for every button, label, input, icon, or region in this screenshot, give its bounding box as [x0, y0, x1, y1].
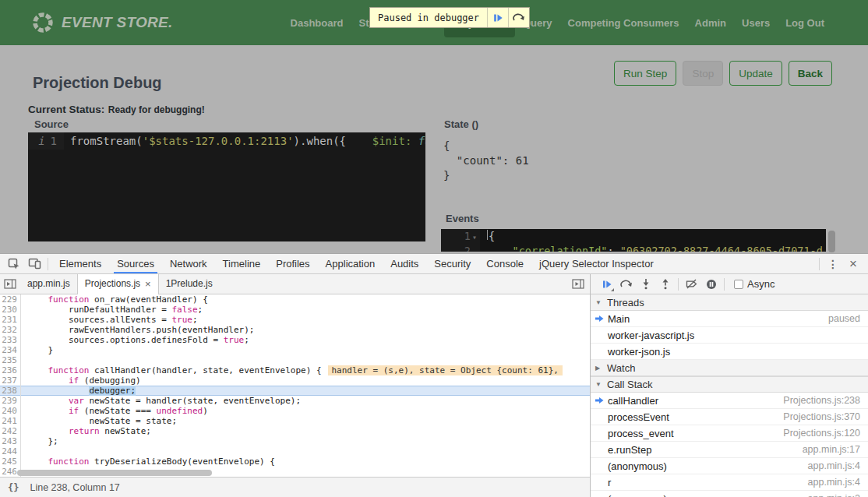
resume-script-button[interactable] — [597, 275, 616, 294]
line-number[interactable]: 235 — [0, 355, 21, 365]
events-gutter-line1[interactable]: 1▾ — [441, 229, 480, 244]
fold-arrow-icon[interactable]: ▾ — [472, 233, 477, 241]
call-stack-frame-anonymous[interactable]: (anonymous)app.min.js:2 — [591, 491, 868, 497]
call-stack-section-header[interactable]: ▼Call Stack — [591, 376, 868, 393]
code-text[interactable]: if (debugging) — [21, 375, 590, 386]
call-stack-frame-callhandler[interactable]: callHandlerProjections.js:238 — [591, 393, 868, 409]
line-number[interactable]: 230 — [0, 305, 21, 315]
file-tab-1prelude-js[interactable]: 1Prelude.js — [159, 274, 220, 294]
line-number[interactable]: 242 — [0, 426, 21, 436]
line-number[interactable]: 237 — [0, 375, 21, 386]
show-navigator-button[interactable] — [0, 274, 20, 294]
stop-button[interactable]: Stop — [683, 61, 723, 86]
line-number[interactable]: 245 — [0, 456, 21, 467]
deactivate-breakpoints-button[interactable] — [682, 275, 701, 294]
page-scrollbar-thumb[interactable] — [828, 231, 835, 252]
call-stack-frame-r[interactable]: rapp.min.js:4 — [591, 474, 868, 491]
close-tab-icon[interactable]: × — [145, 274, 151, 294]
pause-on-exceptions-button[interactable] — [701, 275, 721, 294]
eventstore-logo[interactable]: EVENT STORE. — [31, 11, 173, 34]
line-number[interactable]: 240 — [0, 406, 21, 416]
code-text[interactable]: var newState = handler(state, eventEnvel… — [21, 396, 590, 406]
nav-item-users[interactable]: Users — [734, 9, 778, 37]
nav-item-dashboard[interactable]: Dashboard — [283, 9, 351, 37]
thread-row-worker-json-js[interactable]: worker-json.js — [591, 344, 868, 360]
async-checkbox[interactable] — [734, 280, 743, 289]
call-stack-frame-e-runstep[interactable]: e.runStepapp.min.js:17 — [591, 442, 868, 458]
resume-script-button[interactable] — [487, 8, 508, 27]
nav-item-log-out[interactable]: Log Out — [778, 9, 832, 37]
show-debugger-sidebar-button[interactable] — [570, 274, 590, 294]
devtools-close-icon[interactable]: × — [843, 254, 863, 273]
line-number[interactable]: 233 — [0, 335, 21, 345]
devtools-tab-security[interactable]: Security — [426, 254, 478, 273]
horizontal-scrollbar-thumb[interactable] — [17, 470, 212, 476]
devtools-body: app.min.jsProjections.js×1Prelude.js 229… — [0, 274, 868, 497]
step-over-button[interactable] — [616, 275, 636, 294]
code-text[interactable]: runDefaultHandler = false; — [21, 305, 590, 315]
thread-row-worker-javascript-js[interactable]: worker-javascript.js — [591, 327, 868, 344]
nav-item-admin[interactable]: Admin — [687, 9, 734, 37]
call-stack-frame-anonymous[interactable]: (anonymous)app.min.js:4 — [591, 458, 868, 474]
inspect-element-button[interactable] — [4, 254, 24, 273]
events-code-line2[interactable]: "correlationId": "06302702-8827-4464-860… — [480, 244, 823, 252]
watch-section-header[interactable]: ▶Watch — [591, 360, 868, 376]
run-step-button[interactable]: Run Step — [614, 61, 676, 86]
code-text[interactable]: newState = state; — [21, 416, 590, 426]
threads-section-header[interactable]: ▼Threads — [591, 294, 868, 311]
thread-row-main[interactable]: Mainpaused — [591, 311, 868, 327]
devtools-tab-application[interactable]: Application — [318, 254, 383, 273]
step-out-button[interactable] — [655, 275, 675, 294]
code-text[interactable]: function callHandler(handler, state, eve… — [21, 365, 590, 375]
step-into-button[interactable] — [636, 275, 655, 294]
line-number[interactable]: 244 — [0, 446, 21, 456]
source-code-viewer[interactable]: 229 function on_raw(eventHandler) {230 r… — [0, 294, 590, 477]
source-editor[interactable]: i 1 fromStream('$stats-127.0.0.1:2113').… — [28, 132, 425, 241]
code-text[interactable]: function on_raw(eventHandler) { — [21, 294, 590, 305]
devtools-menu-icon[interactable]: ⋮ — [823, 254, 843, 273]
devtools-tab-console[interactable]: Console — [478, 254, 531, 273]
line-number[interactable]: 236 — [0, 365, 21, 375]
code-text[interactable]: if (newState === undefined) — [21, 406, 590, 416]
line-number[interactable]: 238 — [0, 386, 21, 396]
code-text[interactable]: return newState; — [21, 426, 590, 436]
code-text[interactable]: sources.options.definesFold = true; — [21, 335, 590, 345]
line-number[interactable]: 243 — [0, 436, 21, 446]
file-tab-app-min-js[interactable]: app.min.js — [20, 274, 77, 294]
file-tab-projections-js[interactable]: Projections.js× — [77, 274, 159, 294]
code-text[interactable]: function tryDeserializeBody(eventEnvelop… — [21, 456, 590, 467]
line-number[interactable]: 241 — [0, 416, 21, 426]
devtools-tab-elements[interactable]: Elements — [51, 254, 109, 273]
code-text[interactable]: }; — [21, 436, 590, 446]
devtools-tab-timeline[interactable]: Timeline — [215, 254, 269, 273]
code-text[interactable]: } — [21, 345, 590, 355]
events-editor[interactable]: 1▾ { 2▾ "correlationId": "06302702-8827-… — [441, 229, 826, 252]
devtools-tab-sources[interactable]: Sources — [109, 254, 162, 273]
nav-item-competing-consumers[interactable]: Competing Consumers — [560, 9, 687, 37]
source-editor-gutter[interactable]: i 1 — [28, 132, 64, 150]
update-button[interactable]: Update — [729, 61, 782, 86]
back-button[interactable]: Back — [789, 61, 832, 86]
line-number[interactable]: 232 — [0, 325, 21, 335]
events-code-line1[interactable]: { — [480, 229, 495, 244]
code-text[interactable]: sources.allEvents = true; — [21, 315, 590, 325]
events-gutter-line2[interactable]: 2▾ — [441, 244, 480, 252]
line-number[interactable]: 239 — [0, 396, 21, 406]
source-code-line[interactable]: fromStream('$stats-127.0.0.1:2113').when… — [64, 135, 425, 147]
step-over-next-button[interactable] — [508, 8, 529, 27]
devtools-tab-profiles[interactable]: Profiles — [268, 254, 317, 273]
call-stack-frame-processevent[interactable]: processEventProjections.js:370 — [591, 409, 868, 425]
line-number[interactable]: 234 — [0, 345, 21, 355]
devtools-tab-network[interactable]: Network — [162, 254, 215, 273]
line-number[interactable]: 229 — [0, 294, 21, 305]
devtools-tab-audits[interactable]: Audits — [383, 254, 426, 273]
devtools-tab-jquery-selector-inspector[interactable]: jQuery Selector Inspector — [531, 254, 662, 273]
toggle-device-toolbar-button[interactable] — [24, 254, 44, 273]
code-text[interactable] — [21, 446, 590, 456]
code-text[interactable] — [21, 355, 590, 365]
pretty-print-button[interactable]: {} — [8, 482, 19, 493]
code-text[interactable]: debugger; — [21, 386, 590, 396]
line-number[interactable]: 231 — [0, 315, 21, 325]
code-text[interactable]: rawEventHandlers.push(eventHandler); — [21, 325, 590, 335]
call-stack-frame-process-event[interactable]: process_eventProjections.js:120 — [591, 425, 868, 442]
